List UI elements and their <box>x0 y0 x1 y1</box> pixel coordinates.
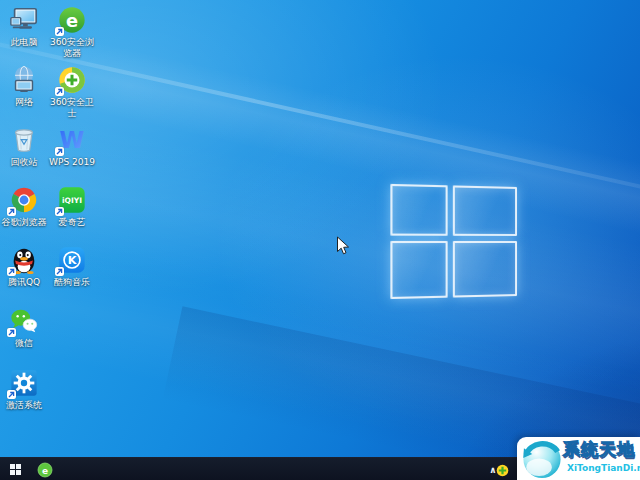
desktop-icon-360-browser[interactable]: e 360安全浏览器 <box>49 5 95 58</box>
tray-360-safety-icon[interactable] <box>496 462 509 480</box>
desktop: 此电脑 e 360安全浏览器 <box>0 0 640 480</box>
desktop-icon-wechat[interactable]: 微信 <box>1 306 47 349</box>
svg-text:e: e <box>66 10 78 31</box>
watermark-xitongtiandi: 系统天地 XiTongTianDi.net <box>517 437 640 480</box>
desktop-icon-qq[interactable]: 腾讯QQ <box>1 245 47 288</box>
recycle-bin-icon <box>9 125 39 155</box>
xitongtiandi-logo-icon <box>520 437 564 480</box>
desktop-icon-label: 爱奇艺 <box>49 217 95 228</box>
360-browser-icon: e <box>37 462 53 478</box>
desktop-icon-label: 回收站 <box>1 157 47 168</box>
desktop-icon-this-pc[interactable]: 此电脑 <box>1 5 47 48</box>
shortcut-arrow-badge <box>7 267 16 276</box>
shortcut-arrow-badge <box>55 27 64 36</box>
wallpaper-light-beam <box>0 36 640 204</box>
desktop-icon-label: 腾讯QQ <box>1 277 47 288</box>
desktop-icon-label: 谷歌浏览器 <box>1 217 47 228</box>
shortcut-arrow-badge <box>55 267 64 276</box>
desktop-icon-label: 网络 <box>1 97 47 108</box>
shortcut-arrow-badge <box>55 207 64 216</box>
taskbar-360-browser-button[interactable]: e <box>32 458 58 480</box>
desktop-icon-label: 360安全卫士 <box>49 97 95 118</box>
shortcut-arrow-badge <box>55 87 64 96</box>
desktop-icon-label: 此电脑 <box>1 37 47 48</box>
watermark-title: 系统天地 <box>563 438 635 461</box>
desktop-icon-activate-system[interactable]: 激活系统 <box>1 368 47 411</box>
wechat-icon <box>9 306 39 336</box>
this-pc-icon <box>9 5 39 35</box>
chrome-icon <box>9 185 39 215</box>
qq-icon <box>9 245 39 275</box>
desktop-icon-kugou[interactable]: K 酷狗音乐 <box>49 245 95 288</box>
activate-system-gear-icon <box>9 368 39 398</box>
windows-logo-pane <box>453 241 517 298</box>
360-browser-icon: e <box>57 5 87 35</box>
desktop-icon-360-safety[interactable]: 360安全卫士 <box>49 65 95 118</box>
shortcut-arrow-badge <box>7 207 16 216</box>
wps-icon: W <box>57 125 87 155</box>
windows-logo-wallpaper <box>390 184 518 300</box>
windows-logo-pane <box>390 241 447 299</box>
360-safety-icon <box>57 65 87 95</box>
wallpaper-light-beam <box>0 92 640 416</box>
desktop-icon-chrome[interactable]: 谷歌浏览器 <box>1 185 47 228</box>
shortcut-arrow-badge <box>7 390 16 399</box>
shortcut-arrow-badge <box>55 147 64 156</box>
svg-text:iQIYI: iQIYI <box>62 196 82 205</box>
desktop-icon-label: 酷狗音乐 <box>49 277 95 288</box>
desktop-icon-label: 激活系统 <box>1 400 47 411</box>
desktop-icon-recycle-bin[interactable]: 回收站 <box>1 125 47 168</box>
desktop-icon-label: 360安全浏览器 <box>49 37 95 58</box>
network-icon <box>9 65 39 95</box>
desktop-icon-wps[interactable]: W WPS 2019 <box>49 125 95 168</box>
wallpaper-light-beam <box>0 11 640 252</box>
desktop-icon-label: WPS 2019 <box>49 157 95 168</box>
desktop-icon-network[interactable]: 网络 <box>1 65 47 108</box>
windows-logo-pane <box>453 185 517 236</box>
desktop-icon-iqiyi[interactable]: iQIYI 爱奇艺 <box>49 185 95 228</box>
watermark-url: XiTongTianDi.net <box>567 463 640 473</box>
svg-text:K: K <box>68 254 78 267</box>
iqiyi-icon: iQIYI <box>57 185 87 215</box>
mouse-cursor <box>336 236 350 256</box>
svg-text:e: e <box>42 465 48 475</box>
kugou-icon: K <box>57 245 87 275</box>
start-button[interactable] <box>0 458 30 480</box>
windows-logo-pane <box>390 184 447 236</box>
shortcut-arrow-badge <box>7 328 16 337</box>
windows-start-icon <box>10 464 21 475</box>
desktop-icon-label: 微信 <box>1 338 47 349</box>
